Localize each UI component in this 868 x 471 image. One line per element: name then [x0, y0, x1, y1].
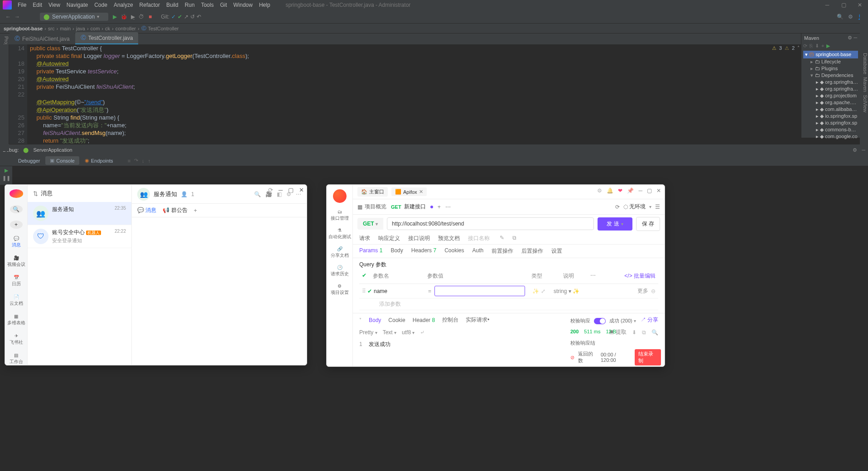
- add-param-row[interactable]: 添加参数: [359, 298, 658, 310]
- maven-dep[interactable]: ▸ ◆ org.apache.com: [803, 99, 858, 106]
- add-icon[interactable]: +: [10, 221, 23, 229]
- minimize-icon[interactable]: ─: [819, 2, 835, 8]
- app-tab[interactable]: 🟧 Apifox ✕: [391, 187, 427, 196]
- nav-autotest[interactable]: ⚗自动化测试: [328, 228, 351, 240]
- git-history-icon[interactable]: ↺: [190, 14, 195, 20]
- param-name-cell[interactable]: name: [371, 286, 425, 296]
- close-tab-icon[interactable]: ✕: [419, 189, 423, 195]
- stop-icon[interactable]: ■: [149, 14, 152, 20]
- video-icon[interactable]: 🎥: [265, 191, 272, 197]
- nav-forward-icon[interactable]: →: [14, 14, 20, 20]
- close-icon[interactable]: ✕: [656, 187, 661, 194]
- git-update-icon[interactable]: ✓: [171, 14, 176, 20]
- drag-handle-icon[interactable]: ⠿: [359, 286, 365, 296]
- breadcrumb-item[interactable]: src: [48, 26, 55, 31]
- nav-history[interactable]: 🕑请求历史: [331, 265, 349, 277]
- heart-avatar-icon[interactable]: ❤: [618, 187, 622, 194]
- run-config-selector[interactable]: ⬤ ServerApplication ▾: [40, 13, 108, 21]
- close-icon[interactable]: ✕: [852, 2, 868, 8]
- resp-tab-actual[interactable]: 实际请求•: [466, 316, 489, 324]
- add-tab-icon[interactable]: +: [438, 204, 441, 210]
- maven-node-lifecycle[interactable]: ▸🗀 Lifecycle: [803, 58, 858, 65]
- menu-build[interactable]: Build: [163, 2, 182, 8]
- chevron-up-icon[interactable]: ˄: [797, 45, 800, 51]
- resp-tab-body[interactable]: Body: [369, 317, 381, 323]
- chat-message-area[interactable]: [132, 217, 307, 365]
- reqtab-body[interactable]: Body: [391, 247, 403, 255]
- breadcrumb-item[interactable]: com: [91, 26, 100, 31]
- reqtab-prescript[interactable]: 前置操作: [492, 247, 513, 255]
- param-value-input[interactable]: [434, 286, 525, 296]
- sidebar-toggle-icon[interactable]: ◧: [277, 191, 282, 197]
- refresh-icon[interactable]: ⟳: [803, 43, 807, 49]
- inspection-summary[interactable]: ⚠3 ⚠2 ˄ ˅: [772, 45, 805, 51]
- maven-dep[interactable]: ▸ ◆ org.projectlom: [803, 92, 858, 99]
- maven-dep[interactable]: ▸ ◆ commons-bean: [803, 126, 858, 133]
- nav-calendar[interactable]: 📅日历: [12, 275, 21, 287]
- bulk-edit-link[interactable]: </> 批量编辑: [622, 270, 658, 282]
- nav-back-icon[interactable]: ←: [5, 14, 11, 20]
- maven-dep[interactable]: ▸ ◆ com.alibaba.fas: [803, 106, 858, 113]
- maven-dep[interactable]: ▸ ◆ org.springframe: [803, 86, 858, 92]
- search-icon[interactable]: 🔍: [10, 205, 23, 213]
- run-maven-icon[interactable]: ▶: [826, 43, 830, 49]
- endpoints-tab[interactable]: ◉Endpoints: [80, 156, 118, 165]
- gear-icon[interactable]: ⚙: [848, 35, 852, 40]
- tab-messages[interactable]: 💬 消息: [137, 207, 156, 214]
- search-icon[interactable]: 🔍: [254, 191, 261, 197]
- nav-feed[interactable]: ✈飞书社: [10, 333, 23, 346]
- conversation-list-header[interactable]: ⇅ 消息: [28, 185, 131, 202]
- collapse-icon[interactable]: ˅: [359, 317, 362, 322]
- filter-icon[interactable]: ⇅: [33, 190, 38, 197]
- nav-api-manage[interactable]: 🗂接口管理: [331, 209, 349, 221]
- maven-node-dependencies[interactable]: ▾🗀 Dependencies: [803, 72, 858, 79]
- nav-table[interactable]: ▦多维表格: [7, 314, 25, 326]
- expand-icon[interactable]: ⤢: [541, 288, 545, 294]
- search-everywhere-icon[interactable]: 🔍: [837, 14, 844, 20]
- subtab-respdef[interactable]: 响应定义: [378, 235, 400, 242]
- menu-refactor[interactable]: Refactor: [136, 2, 163, 8]
- menu-tools[interactable]: Tools: [198, 2, 217, 8]
- minimize-icon[interactable]: ─: [854, 35, 857, 40]
- menu-icon[interactable]: ☰: [655, 204, 660, 210]
- file-tab-active[interactable]: Ⓒ TestController.java: [75, 32, 139, 44]
- send-button[interactable]: 发 送▾: [598, 217, 632, 231]
- wrap-icon[interactable]: ⤶: [420, 329, 424, 336]
- reqtab-cookies[interactable]: Cookies: [444, 247, 464, 255]
- validate-switch[interactable]: [594, 318, 606, 324]
- feishu-window[interactable]: ⟳ ─ ▢ ✕ 🔍 + 💬消息 🎥视频会议 📅日历 📄云文档 ▦多维表格 ✈飞书…: [5, 184, 307, 365]
- subtab-request[interactable]: 请求: [359, 235, 370, 242]
- file-tab[interactable]: Ⓒ FeiShuAiClient.java: [9, 33, 75, 44]
- edit-icon[interactable]: ✎: [500, 235, 504, 242]
- maven-dep[interactable]: ▸ ◆ io.springfox.sp: [803, 113, 858, 120]
- nav-workbench[interactable]: ▤工作台: [10, 353, 23, 365]
- subtab-apidesc[interactable]: 接口说明: [408, 235, 430, 242]
- debug-tool-window[interactable]: Debug: ⬤ ServerApplication ⚙ ─ Debugger …: [0, 144, 868, 185]
- apifox-window[interactable]: ⚙ 🔔 ❤ 📌 ─ ▢ ✕ 🗂接口管理 ⚗自动化测试 🔗分享文档 🕑请求历史 ⚙…: [326, 184, 665, 367]
- refresh-icon[interactable]: ⟳: [615, 204, 620, 210]
- conversation-item[interactable]: 👥 服务通知22:35: [28, 202, 131, 225]
- view-text[interactable]: Text ▾: [383, 329, 396, 336]
- pause-icon[interactable]: ❚❚: [2, 175, 10, 181]
- resp-tab-header[interactable]: Header 8: [413, 317, 435, 323]
- generate-icon[interactable]: ⎘: [810, 43, 813, 49]
- git-push-icon[interactable]: ↗: [184, 14, 188, 20]
- minimize-icon[interactable]: ─: [862, 147, 865, 153]
- menu-file[interactable]: File: [14, 2, 29, 8]
- gear-icon[interactable]: ⚙: [853, 147, 857, 153]
- member-icon[interactable]: 👤: [181, 191, 188, 197]
- bell-icon[interactable]: 🔔: [607, 187, 613, 194]
- git-commit-icon[interactable]: ✔: [178, 14, 182, 20]
- maven-root-node[interactable]: ▾ ⓜ springboot-base: [803, 51, 858, 58]
- http-method-selector[interactable]: GET ▾: [357, 218, 383, 230]
- param-more-link[interactable]: 更多: [637, 287, 648, 295]
- check-all-icon[interactable]: ✔: [362, 272, 366, 279]
- menu-edit[interactable]: Edit: [29, 2, 45, 8]
- check-icon[interactable]: ✔: [365, 286, 371, 296]
- maximize-icon[interactable]: ▢: [647, 187, 652, 194]
- menu-window[interactable]: Window: [230, 2, 256, 8]
- menu-git[interactable]: Git: [217, 2, 230, 8]
- code-editor[interactable]: 14 1819 2021 22 25 2627 28 public class …: [0, 44, 868, 144]
- menu-navigate[interactable]: Navigate: [63, 2, 91, 8]
- step-icon[interactable]: ≡: [128, 158, 130, 163]
